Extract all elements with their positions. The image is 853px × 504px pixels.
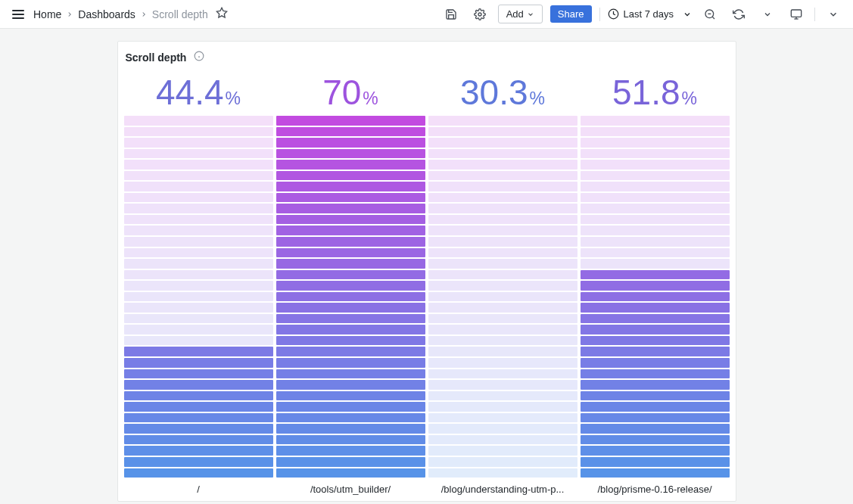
heatmap-cell (124, 116, 273, 126)
heatmap-cell (428, 182, 577, 191)
more-icon[interactable] (823, 4, 844, 25)
heatmap-cell (124, 347, 273, 356)
heatmap-cell (276, 446, 425, 456)
chevron-down-icon (683, 10, 692, 19)
heatmap-cell (581, 182, 730, 191)
heatmap-cell (124, 358, 273, 368)
heatmap-cell (428, 424, 577, 434)
stat-value: 44.4 (156, 75, 224, 110)
chevron-right-icon (140, 8, 148, 20)
add-button[interactable]: Add (498, 5, 543, 23)
heatmap-cell (581, 127, 730, 137)
time-range-picker[interactable]: Last 7 days (608, 8, 693, 20)
heatmap-cell (581, 149, 730, 159)
chart-column: 51.8%/blog/prisme-0.16-release/ (581, 72, 730, 495)
heatmap-cell (124, 182, 273, 191)
heatmap-cell (276, 468, 425, 478)
heatmap-cell (428, 226, 577, 235)
main-content: Scroll depth 44.4%/70%/tools/utm_builder… (0, 29, 853, 504)
column-bars (124, 116, 273, 478)
heatmap-cell (124, 413, 273, 423)
chart-columns: 44.4%/70%/tools/utm_builder/30.3%/blog/u… (124, 72, 730, 495)
heatmap-cell (428, 457, 577, 467)
heatmap-cell (276, 402, 425, 412)
heatmap-cell (581, 292, 730, 302)
heatmap-cell (581, 303, 730, 313)
heatmap-cell (276, 292, 425, 302)
heatmap-cell (581, 171, 730, 181)
info-icon[interactable] (194, 51, 204, 64)
heatmap-cell (124, 369, 273, 379)
column-stat: 51.8% (581, 72, 730, 116)
heatmap-cell (124, 281, 273, 291)
heatmap-cell (276, 314, 425, 324)
heatmap-cell (276, 325, 425, 334)
panel-title[interactable]: Scroll depth (126, 51, 187, 64)
star-icon[interactable] (216, 7, 228, 21)
refresh-dropdown-icon[interactable] (757, 4, 778, 25)
menu-icon[interactable] (9, 7, 27, 22)
heatmap-cell (581, 369, 730, 379)
share-button-label: Share (558, 8, 584, 20)
heatmap-cell (581, 391, 730, 401)
column-bars (276, 116, 425, 478)
heatmap-cell (276, 380, 425, 390)
refresh-icon[interactable] (728, 4, 749, 25)
heatmap-cell (276, 347, 425, 356)
column-stat: 30.3% (428, 72, 577, 116)
heatmap-cell (428, 391, 577, 401)
heatmap-cell (428, 435, 577, 445)
heatmap-cell (276, 424, 425, 434)
heatmap-cell (124, 237, 273, 247)
heatmap-cell (581, 237, 730, 247)
chart-column: 44.4%/ (124, 72, 273, 495)
column-label: / (124, 478, 273, 495)
svg-marker-0 (216, 8, 226, 17)
stat-unit: % (682, 90, 697, 107)
heatmap-cell (124, 325, 273, 334)
heatmap-cell (124, 402, 273, 412)
heatmap-cell (124, 435, 273, 445)
chart-column: 70%/tools/utm_builder/ (276, 72, 425, 495)
heatmap-cell (276, 270, 425, 280)
gear-icon[interactable] (469, 4, 490, 25)
save-icon[interactable] (441, 4, 462, 25)
heatmap-cell (581, 413, 730, 423)
heatmap-cell (276, 149, 425, 159)
svg-point-1 (478, 13, 481, 16)
heatmap-cell (581, 402, 730, 412)
stat-value: 30.3 (460, 75, 528, 110)
heatmap-cell (581, 468, 730, 478)
heatmap-cell (428, 270, 577, 280)
heatmap-cell (428, 116, 577, 126)
breadcrumb-dashboards[interactable]: Dashboards (78, 8, 135, 20)
heatmap-cell (428, 303, 577, 313)
heatmap-cell (428, 402, 577, 412)
column-label: /blog/understanding-utm-p... (428, 478, 577, 495)
column-label: /tools/utm_builder/ (276, 478, 425, 495)
zoom-out-icon[interactable] (699, 4, 721, 25)
heatmap-cell (581, 248, 730, 258)
column-bars (428, 116, 577, 478)
column-label: /blog/prisme-0.16-release/ (581, 478, 730, 495)
heatmap-cell (428, 413, 577, 423)
heatmap-cell (428, 336, 577, 346)
heatmap-cell (276, 138, 425, 148)
share-button[interactable]: Share (550, 5, 592, 23)
heatmap-cell (581, 215, 730, 225)
heatmap-cell (428, 149, 577, 159)
panel-scroll-depth: Scroll depth 44.4%/70%/tools/utm_builder… (117, 41, 736, 502)
heatmap-cell (428, 281, 577, 291)
heatmap-cell (276, 391, 425, 401)
heatmap-cell (276, 127, 425, 137)
heatmap-cell (428, 314, 577, 324)
heatmap-cell (428, 325, 577, 334)
monitor-icon[interactable] (786, 4, 807, 25)
heatmap-cell (428, 215, 577, 225)
heatmap-cell (276, 193, 425, 203)
stat-unit: % (530, 90, 545, 107)
chart-column: 30.3%/blog/understanding-utm-p... (428, 72, 577, 495)
heatmap-cell (428, 380, 577, 390)
heatmap-cell (276, 160, 425, 170)
breadcrumb-home[interactable]: Home (33, 8, 61, 20)
